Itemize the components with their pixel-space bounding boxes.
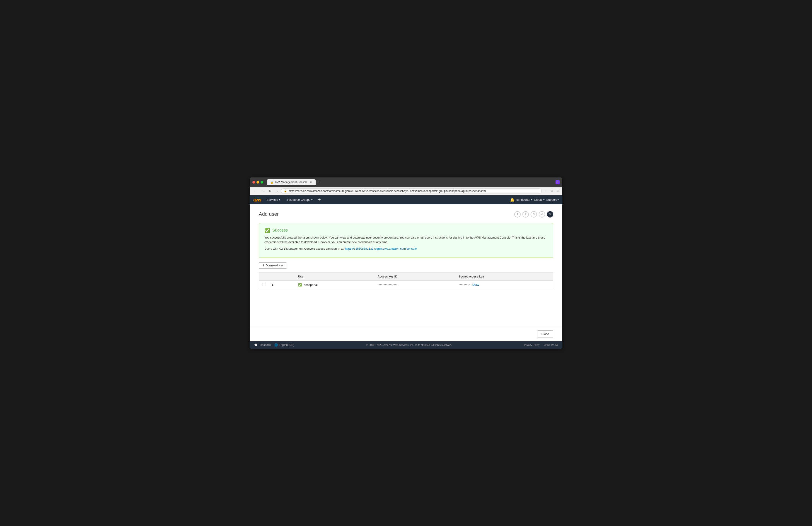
content-footer: Close <box>250 327 562 341</box>
step-5: 5 <box>547 211 553 217</box>
browser-toolbar: ← → ↻ ⌂ 🔒 ⋯ ☆ ☰ <box>250 187 562 195</box>
privacy-policy-link[interactable]: Privacy Policy <box>524 344 539 346</box>
signin-label: Users with AWS Management Console access… <box>264 247 345 250</box>
services-chevron-icon: ▾ <box>279 198 280 201</box>
aws-logo[interactable]: aws <box>253 198 261 202</box>
success-signin-text: Users with AWS Management Console access… <box>264 246 548 251</box>
success-check-icon: ✅ <box>264 228 270 233</box>
feedback-link[interactable]: 💬 Feedback <box>254 343 271 346</box>
region-label: Global <box>534 198 542 201</box>
close-traffic-light[interactable] <box>252 181 255 183</box>
row-secret-key-cell: ••••••••• Show <box>455 281 553 289</box>
resource-groups-nav-item[interactable]: Resource Groups ▾ <box>286 197 314 202</box>
favorites-star-icon[interactable]: ★ <box>318 198 321 202</box>
show-secret-link[interactable]: Show <box>472 283 479 287</box>
user-table: User Access key ID Secret access key ▶ ✅… <box>259 272 553 289</box>
url-input[interactable] <box>288 190 539 193</box>
row-expand-button[interactable]: ▶ <box>269 281 295 289</box>
region-menu[interactable]: Global ▾ <box>534 198 545 201</box>
support-menu[interactable]: Support ▾ <box>546 198 559 201</box>
home-button[interactable]: ⌂ <box>275 188 279 194</box>
resource-groups-chevron-icon: ▾ <box>311 198 313 201</box>
table-header-row: User Access key ID Secret access key <box>259 272 553 281</box>
tab-bar: 🔒 IAM Management Console ✕ + <box>267 179 554 185</box>
extension-icon[interactable]: P <box>555 180 560 184</box>
success-banner: ✅ Success You successfully created the u… <box>259 223 553 258</box>
signin-link[interactable]: https://315608882132.signin.aws.amazon.c… <box>345 247 417 250</box>
services-nav-item[interactable]: Services ▾ <box>265 197 282 202</box>
more-button[interactable]: ☰ <box>555 188 560 194</box>
address-bar[interactable]: 🔒 <box>281 188 542 194</box>
back-button[interactable]: ← <box>252 188 258 194</box>
success-title: Success <box>272 228 288 233</box>
feedback-label: Feedback <box>259 343 271 346</box>
language-link[interactable]: 🌐 English (US) <box>274 343 294 346</box>
step-3: 3 <box>531 211 537 217</box>
step-4: 4 <box>539 211 545 217</box>
table-row: ▶ ✅ sendportal •••••••••••••••• ••••••••… <box>259 281 553 289</box>
row-user-cell: ✅ sendportal <box>295 281 375 289</box>
footer-left: 💬 Feedback 🌐 English (US) <box>254 343 294 346</box>
table-header-secret-access-key: Secret access key <box>455 272 553 281</box>
download-icon: ⬇ <box>262 264 264 267</box>
page-header: Add user 1 2 3 4 5 <box>259 211 553 217</box>
row-checkbox-cell <box>259 281 269 289</box>
step-indicator: 1 2 3 4 5 <box>514 211 553 217</box>
table-header-user: User <box>295 272 375 281</box>
bookmark-button[interactable]: ☆ <box>550 188 554 194</box>
user-menu[interactable]: sendportal ▾ <box>516 198 532 201</box>
tab-close-button[interactable]: ✕ <box>309 181 313 184</box>
notifications-bell-icon[interactable]: 🔔 <box>510 198 514 202</box>
table-header-checkbox-col <box>259 272 269 281</box>
user-label: sendportal <box>516 198 530 201</box>
user-chevron-icon: ▾ <box>531 198 532 201</box>
language-icon: 🌐 <box>274 343 278 346</box>
table-header-expand-col <box>269 272 295 281</box>
footer-right: Privacy Policy Terms of Use <box>524 344 558 346</box>
page-title: Add user <box>259 211 279 217</box>
minimize-traffic-light[interactable] <box>257 181 259 183</box>
aws-footer: 💬 Feedback 🌐 English (US) © 2008 - 2020,… <box>250 341 562 349</box>
traffic-lights <box>252 181 263 183</box>
row-success-icon: ✅ <box>298 283 302 287</box>
feedback-icon: 💬 <box>254 343 258 346</box>
aws-logo-text: aws <box>253 198 261 202</box>
main-content: Add user 1 2 3 4 5 <box>250 205 562 327</box>
maximize-traffic-light[interactable] <box>261 181 263 183</box>
step-2: 2 <box>522 211 529 217</box>
tab-favicon: 🔒 <box>270 181 274 184</box>
tab-title: IAM Management Console <box>275 181 307 184</box>
step-1: 1 <box>514 211 521 217</box>
terms-of-use-link[interactable]: Terms of Use <box>543 344 558 346</box>
new-tab-button[interactable]: + <box>317 179 322 185</box>
table-header-access-key-id: Access key ID <box>374 272 455 281</box>
close-button[interactable]: Close <box>537 330 553 337</box>
language-label: English (US) <box>279 343 294 346</box>
row-username: sendportal <box>304 283 318 287</box>
reload-button[interactable]: ↻ <box>267 188 273 194</box>
success-header: ✅ Success <box>264 228 548 233</box>
row-access-key-id-masked: •••••••••••••••• <box>377 283 397 287</box>
footer-copyright: © 2008 - 2020, Amazon Web Services, Inc.… <box>366 344 452 346</box>
browser-tab[interactable]: 🔒 IAM Management Console ✕ <box>267 179 316 185</box>
success-description: You successfully created the users shown… <box>264 235 548 245</box>
extensions-button[interactable]: ⋯ <box>543 188 548 194</box>
aws-navbar: aws Services ▾ Resource Groups ▾ ★ 🔔 sen… <box>250 195 562 205</box>
support-label: Support <box>546 198 557 201</box>
resource-groups-label: Resource Groups <box>287 198 310 201</box>
page-wrapper: 🔒 IAM Management Console ✕ + P ← → ↻ ⌂ 🔒… <box>0 0 812 526</box>
toolbar-actions: ⋯ ☆ ☰ <box>543 188 560 194</box>
security-lock-icon: 🔒 <box>284 190 287 192</box>
row-access-key-id-cell: •••••••••••••••• <box>374 281 455 289</box>
download-csv-button[interactable]: ⬇ Download .csv <box>259 262 287 269</box>
row-checkbox[interactable] <box>262 283 265 286</box>
support-chevron-icon: ▾ <box>557 198 559 201</box>
region-chevron-icon: ▾ <box>543 198 545 201</box>
browser-window: 🔒 IAM Management Console ✕ + P ← → ↻ ⌂ 🔒… <box>250 178 562 349</box>
nav-right-section: 🔔 sendportal ▾ Global ▾ Support ▾ <box>510 198 559 202</box>
services-label: Services <box>267 198 278 201</box>
forward-button[interactable]: → <box>260 188 265 194</box>
browser-titlebar: 🔒 IAM Management Console ✕ + P <box>250 178 562 187</box>
row-secret-key-masked: ••••••••• <box>459 283 470 287</box>
download-btn-label: Download .csv <box>266 264 284 267</box>
